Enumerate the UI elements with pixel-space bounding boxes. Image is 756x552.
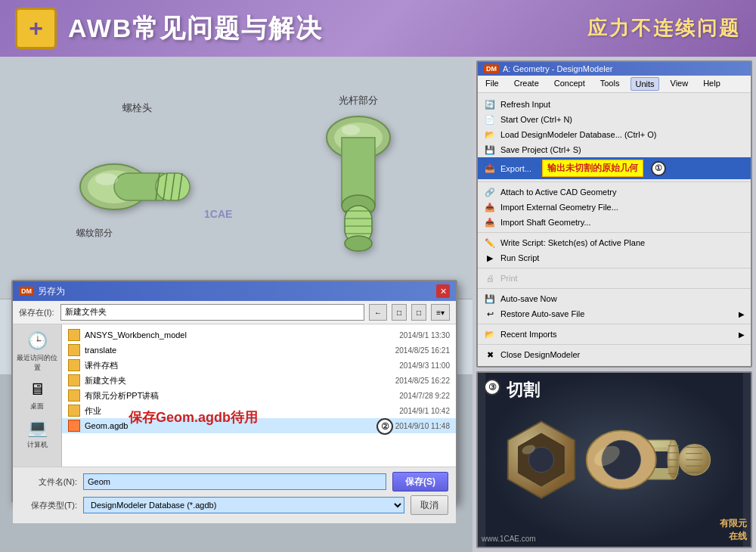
file-date-3: 2014/9/3 11:00 (399, 361, 450, 370)
menu-write-script[interactable]: ✏️ Write Script: Sketch(es) of Active Pl… (478, 235, 751, 250)
filetype-select[interactable]: DesignModeler Database (*.agdb) (83, 497, 404, 513)
dialog-titlebar-left: DM 另存为 (19, 285, 65, 298)
menu-autosave-now-label: Auto-save Now (500, 294, 557, 303)
sidebar-desktop[interactable]: 🖥 桌面 (25, 379, 49, 411)
menu-save[interactable]: 💾 Save Project (Ctrl+ S) (478, 142, 751, 157)
agdb-file-icon (68, 420, 80, 432)
file-name-5: 有限元分析PPT讲稿 (85, 390, 395, 402)
file-row-3[interactable]: 课件存档 2014/9/3 11:00 (62, 358, 456, 373)
menu-units[interactable]: Units (631, 77, 658, 91)
menu-view[interactable]: View (667, 77, 692, 91)
restore-arrow-icon: ▶ (739, 310, 745, 318)
file-row-5[interactable]: 有限元分析PPT讲稿 2014/7/28 9:22 (62, 388, 456, 403)
dialog-close-button[interactable]: ✕ (436, 284, 450, 298)
menu-start-over[interactable]: 📄 Start Over (Ctrl+ N) (478, 112, 751, 127)
menu-run-script[interactable]: ▶ Run Script (478, 250, 751, 265)
dm-titlebar: DM A: Geometry - DesignModeler (478, 62, 751, 76)
menu-close-dm[interactable]: ✖ Close DesignModeler (478, 347, 751, 362)
run-script-icon: ▶ (484, 252, 496, 264)
bolt-right-svg (313, 111, 404, 262)
save-button[interactable]: 保存(S) (392, 472, 448, 492)
save-dialog: DM 另存为 ✕ 保存在(I): 新建文件夹 ← □ □ ≡▾ 🕒 (11, 280, 457, 503)
export-icon: 📤 (484, 163, 496, 175)
dm-menubar: File Create Concept Tools Units View Hel… (478, 76, 751, 93)
refresh-icon: 🔄 (484, 98, 496, 110)
menu-import-external[interactable]: 📥 Import External Geometry File... (478, 200, 751, 215)
svg-point-18 (345, 236, 372, 251)
file-row-2[interactable]: translate 2014/8/25 16:21 (62, 343, 456, 358)
menu-load-db[interactable]: 📂 Load DesignModeler Database... (Ctrl+ … (478, 127, 751, 142)
menu-attach-cad-label: Attach to Active CAD Geometry (500, 188, 616, 197)
menu-import-shaft[interactable]: 📥 Import Shaft Geometry... (478, 215, 751, 230)
save-in-label: 保存在(I): (19, 307, 54, 318)
menu-recent-imports[interactable]: 📂 Recent Imports ▶ (478, 327, 751, 342)
filetype-label: 保存类型(T): (20, 500, 77, 511)
new-doc-icon: 📄 (484, 113, 496, 126)
circle-2-annotation: ② (376, 418, 393, 435)
dialog-titlebar: DM 另存为 ✕ (13, 281, 456, 301)
banner-icon: + (15, 8, 57, 49)
menu-concept[interactable]: Concept (550, 77, 589, 91)
nav-back-button[interactable]: ← (369, 304, 387, 321)
recent-imports-icon: 📂 (484, 328, 496, 340)
separator-1 (478, 181, 751, 182)
filename-input[interactable] (83, 473, 386, 490)
folder-icon-6 (68, 405, 80, 417)
nav-view-button[interactable]: ≡▾ (431, 304, 450, 321)
dialog-content: 🕒 最近访问的位置 🖥 桌面 💻 计算机 (13, 324, 456, 467)
menu-refresh[interactable]: 🔄 Refresh Input (478, 97, 751, 112)
menu-export[interactable]: 📤 Export... 输出未切割的原始几何 ① (478, 157, 751, 179)
separator-3 (478, 268, 751, 268)
main-area: 螺栓头 螺纹部分 (0, 57, 756, 552)
menu-close-dm-label: Close DesignModeler (500, 350, 580, 359)
svg-point-19 (342, 125, 360, 135)
menu-restore-autosave-label: Restore Auto-save File (500, 309, 584, 318)
dm-logo: DM (484, 64, 499, 73)
nav-new-button[interactable]: □ (411, 304, 426, 321)
folder-icon-4 (68, 374, 80, 386)
menu-autosave-now[interactable]: 💾 Auto-save Now (478, 291, 751, 306)
menu-create[interactable]: Create (510, 77, 543, 91)
separator-6 (478, 344, 751, 345)
menu-tools[interactable]: Tools (596, 77, 624, 91)
file-row-7[interactable]: Geom.agdb 2014/9/10 11:48 (62, 418, 456, 433)
print-icon: 🖨 (484, 272, 496, 284)
menu-print-label: Print (500, 274, 518, 283)
computer-label: 计算机 (27, 440, 48, 450)
save-location-input[interactable]: 新建文件夹 (60, 304, 364, 321)
file-row-1[interactable]: ANSYS_Workbench_model 2014/9/1 13:30 (62, 327, 456, 343)
menu-save-label: Save Project (Ctrl+ S) (500, 145, 581, 154)
menu-run-script-label: Run Script (500, 253, 539, 262)
cut-label: 切割 (507, 379, 540, 402)
menu-print: 🖨 Print (478, 271, 751, 286)
folder-icon-2 (68, 344, 80, 356)
folder-icon-3 (68, 359, 80, 371)
left-panel: 螺栓头 螺纹部分 (0, 57, 472, 552)
filename-label: 文件名(N): (20, 476, 77, 488)
banner-subtitle: 应力不连续问题 (587, 15, 741, 42)
file-row-6[interactable]: 作业 2014/9/1 10:42 (62, 403, 456, 418)
write-script-icon: ✏️ (484, 237, 496, 249)
sidebar-computer[interactable]: 💻 计算机 (25, 417, 49, 450)
watermark: 1CAE (204, 208, 232, 220)
recent-places-icon: 🕒 (25, 330, 49, 352)
shaft-label: 光杆部分 (339, 94, 378, 107)
menu-file[interactable]: File (482, 77, 503, 91)
save-annotation: 保存Geom.agdb待用 (129, 408, 258, 426)
file-row-4[interactable]: 新建文件夹 2014/8/25 16:22 (62, 373, 456, 388)
bolt-left: 螺栓头 螺纹部分 (69, 101, 205, 255)
menu-help[interactable]: Help (699, 77, 724, 91)
bolts-area: 螺栓头 螺纹部分 (0, 57, 472, 299)
file-date-4: 2014/8/25 16:22 (395, 377, 450, 385)
file-date-5: 2014/7/28 9:22 (399, 392, 450, 400)
separator-5 (478, 324, 751, 324)
sidebar-recent-places[interactable]: 🕒 最近访问的位置 (16, 330, 58, 373)
menu-attach-cad[interactable]: 🔗 Attach to Active CAD Geometry (478, 185, 751, 200)
cancel-button[interactable]: 取消 (411, 495, 448, 515)
menu-restore-autosave[interactable]: ↩ Restore Auto-save File ▶ (478, 306, 751, 321)
menu-recent-imports-label: Recent Imports (500, 330, 557, 339)
nav-up-button[interactable]: □ (392, 304, 407, 321)
top-banner: + AWB常见问题与解决 应力不连续问题 (0, 0, 756, 57)
file-date-1: 2014/9/1 13:30 (399, 331, 450, 340)
save-button-label: 保存(S) (405, 476, 435, 487)
